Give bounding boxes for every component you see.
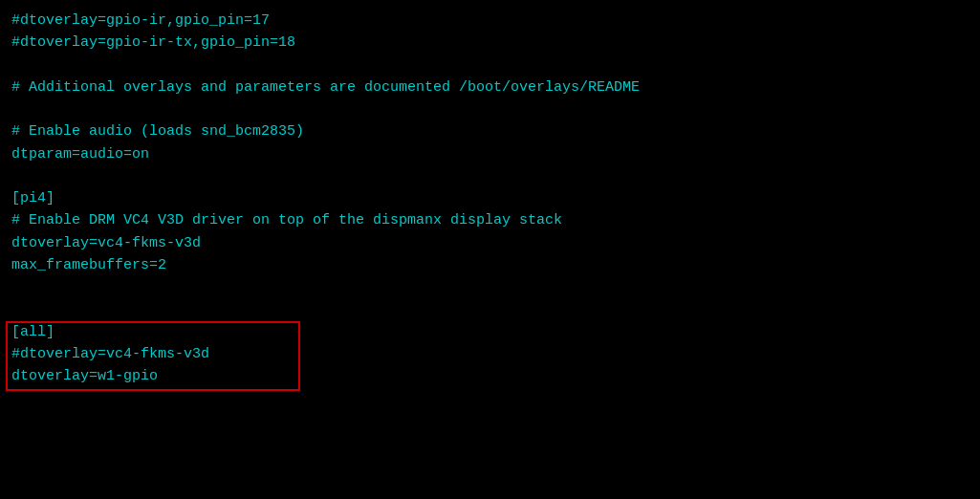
line-10: # Enable DRM VC4 V3D driver on top of th… — [11, 209, 969, 231]
line-13 — [11, 276, 969, 298]
code-content: #dtoverlay=gpio-ir,gpio_pin=17 #dtoverla… — [11, 10, 969, 387]
line-14 — [11, 298, 969, 320]
line-5 — [11, 98, 969, 120]
line-2: #dtoverlay=gpio-ir-tx,gpio_pin=18 — [11, 32, 969, 54]
line-7: dtparam=audio=on — [11, 143, 969, 165]
line-3 — [11, 54, 969, 76]
line-8 — [11, 165, 969, 187]
line-17: dtoverlay=w1-gpio — [11, 365, 969, 387]
line-4: # Additional overlays and parameters are… — [11, 76, 969, 98]
line-9: [pi4] — [11, 187, 969, 209]
line-11: dtoverlay=vc4-fkms-v3d — [11, 232, 969, 254]
line-16: #dtoverlay=vc4-fkms-v3d — [11, 343, 969, 365]
line-15: [all] — [11, 321, 969, 343]
line-6: # Enable audio (loads snd_bcm2835) — [11, 120, 969, 142]
terminal-window: #dtoverlay=gpio-ir,gpio_pin=17 #dtoverla… — [0, 0, 980, 499]
line-12: max_framebuffers=2 — [11, 254, 969, 276]
line-1: #dtoverlay=gpio-ir,gpio_pin=17 — [11, 10, 969, 32]
